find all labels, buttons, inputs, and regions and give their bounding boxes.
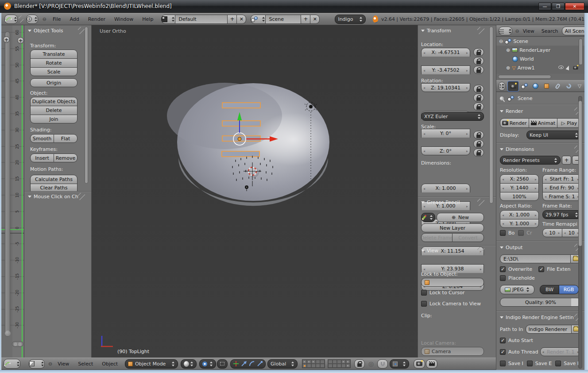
- scale-manipulator-toggle[interactable]: [257, 361, 263, 367]
- tab-modifiers[interactable]: [563, 81, 574, 91]
- menu-object[interactable]: Object: [97, 358, 122, 369]
- play-animation-button[interactable]: ▷ Play: [557, 118, 581, 128]
- lock-rotation-z-button[interactable]: [473, 103, 484, 111]
- collapse-menus-icon[interactable]: ⊖: [515, 28, 519, 34]
- lock-scale-y-button[interactable]: [473, 140, 484, 148]
- scale-x-field[interactable]: X: 1.000: [421, 184, 470, 192]
- lock-camera-checkbox[interactable]: [421, 301, 427, 307]
- location-y-field[interactable]: Y: -3.47502: [421, 65, 470, 74]
- scale-button[interactable]: Scale: [30, 67, 77, 76]
- graph-horizontal-scrollbar[interactable]: [12, 341, 23, 347]
- lock-camera-row[interactable]: Lock Camera to View: [421, 301, 481, 307]
- opengl-render-anim-button[interactable]: [426, 359, 437, 369]
- snap-toggle-button[interactable]: [377, 359, 388, 369]
- local-camera-field[interactable]: Camera: [421, 347, 484, 356]
- render-image-button[interactable]: Render: [500, 118, 529, 128]
- menu-view[interactable]: View: [53, 358, 74, 369]
- layer-grid-2[interactable]: [328, 359, 351, 368]
- save-igi-checkbox[interactable]: [500, 361, 506, 366]
- layout-browse-button[interactable]: [161, 15, 175, 24]
- translate-manipulator-toggle[interactable]: [241, 361, 247, 367]
- rotation-y-field[interactable]: Y: 0°: [421, 129, 470, 138]
- object-tools-panel-header[interactable]: Object Tools: [28, 28, 63, 34]
- properties-scrollbar-thumb[interactable]: [578, 100, 582, 246]
- crop-checkbox[interactable]: [518, 230, 524, 236]
- pin-icon[interactable]: [499, 96, 505, 101]
- outliner-vertical-scrollbar[interactable]: [579, 38, 583, 65]
- auto-start-checkbox[interactable]: [500, 338, 506, 343]
- layer-grid-1[interactable]: [302, 359, 325, 368]
- tab-constraints[interactable]: [552, 81, 563, 91]
- translate-button[interactable]: Translate: [30, 50, 77, 58]
- flat-button[interactable]: Flat: [54, 134, 77, 143]
- frame-end-field[interactable]: End Fr: 90: [542, 183, 581, 192]
- area-corner-widget[interactable]: [19, 15, 24, 23]
- calculate-paths-button[interactable]: Calculate Paths: [30, 175, 77, 184]
- border-checkbox[interactable]: [500, 230, 506, 236]
- lock-to-scene-button[interactable]: [354, 359, 365, 369]
- auto-threads-checkbox[interactable]: [500, 349, 506, 355]
- resolution-x-field[interactable]: X: 2560: [500, 174, 539, 183]
- lock-rotation-y-button[interactable]: [473, 94, 484, 102]
- layout-add-button[interactable]: +: [228, 15, 237, 24]
- indigo-path-field[interactable]: Indigo Renderer: [526, 325, 572, 334]
- outliner-item-scene[interactable]: ⊖ Scene: [496, 37, 584, 46]
- rotation-z-field[interactable]: Z: 0°: [421, 146, 470, 155]
- insert-keyframe-button[interactable]: Insert: [30, 154, 54, 162]
- fps-select[interactable]: 29.97 fps: [542, 210, 581, 219]
- manipulator-center[interactable]: [238, 137, 241, 141]
- render-engine-select[interactable]: Indigo: [335, 15, 365, 24]
- panel-drag-corner[interactable]: [477, 199, 484, 206]
- placeholders-checkbox[interactable]: [500, 275, 506, 281]
- grease-pencil-panel-header[interactable]: Grease Pencil: [421, 200, 460, 205]
- pivot-align-toggle[interactable]: [217, 359, 228, 369]
- ruler-add-button[interactable]: +: [17, 37, 24, 44]
- graph-scrollbar-knob[interactable]: [5, 331, 11, 336]
- menu-help[interactable]: Help: [138, 13, 158, 25]
- mouse-click-panel-header[interactable]: Mouse Click on Ch: [28, 194, 78, 200]
- properties-editor-type-button[interactable]: [499, 82, 505, 91]
- render-threads-field[interactable]: Render T: 1: [540, 347, 582, 356]
- save-render-checkbox[interactable]: [555, 361, 561, 366]
- layout-delete-button[interactable]: ✕: [237, 15, 246, 24]
- layout-name-field[interactable]: Default: [175, 15, 228, 24]
- lock-location-y-button[interactable]: [473, 57, 484, 65]
- grease-pencil-new-button[interactable]: ⊕ New: [437, 213, 484, 222]
- output-panel-header[interactable]: Output: [500, 245, 522, 250]
- lock-location-z-button[interactable]: [473, 66, 484, 74]
- rgb-toggle[interactable]: RGB: [559, 285, 579, 294]
- render-panel-header[interactable]: Render: [500, 108, 523, 114]
- dome-mesh-object[interactable]: [167, 83, 331, 206]
- outliner-horizontal-scrollbar[interactable]: [498, 75, 551, 79]
- expand-plus-icon[interactable]: ⊕: [506, 65, 510, 71]
- selectability-cursor-icon[interactable]: [566, 65, 571, 70]
- proportional-edit-toggle[interactable]: ◎: [368, 360, 374, 367]
- outliner-scope-select[interactable]: All Scen: [562, 27, 584, 35]
- panel-drag-corner[interactable]: [477, 27, 484, 34]
- snap-element-select[interactable]: [390, 359, 409, 369]
- graph-editor-type-button[interactable]: [4, 15, 18, 24]
- toolshelf-scrollbar[interactable]: [85, 27, 88, 184]
- dimensions-panel-header[interactable]: Dimensions: [500, 146, 534, 152]
- tab-render[interactable]: [508, 81, 518, 91]
- file-extensions-checkbox[interactable]: [538, 266, 544, 272]
- location-z-field[interactable]: Z: 19.10341: [421, 83, 470, 92]
- npanel-scrollbar[interactable]: [489, 27, 493, 204]
- outliner-item-arrow1[interactable]: ⊕ ▽ Arrow1: [496, 63, 584, 72]
- view-panel-header[interactable]: View: [421, 248, 438, 254]
- minimize-button[interactable]: —: [538, 3, 551, 10]
- menu-select[interactable]: Select: [74, 358, 97, 369]
- grease-pencil-source-button[interactable]: [421, 213, 435, 222]
- preset-add-button[interactable]: +: [562, 156, 571, 165]
- lock-cursor-checkbox[interactable]: [421, 290, 427, 296]
- display-select[interactable]: Keep UI: [526, 131, 581, 139]
- menu-window[interactable]: Window: [110, 13, 138, 25]
- resolution-percentage-slider[interactable]: 100%: [500, 192, 539, 201]
- outliner-menu-search[interactable]: Search: [538, 26, 562, 36]
- scene-name-field[interactable]: Scene: [266, 15, 301, 24]
- expand-plus-icon[interactable]: ⊕: [506, 47, 510, 53]
- quality-slider[interactable]: Quality: 90%: [500, 298, 581, 307]
- viewport-editor-type-button[interactable]: [29, 359, 45, 369]
- aspect-x-field[interactable]: X: 1.000: [500, 210, 539, 219]
- titlebar[interactable]: Blender* [V:\PROJECT\PresWebinfo2\Blend\…: [0, 0, 588, 13]
